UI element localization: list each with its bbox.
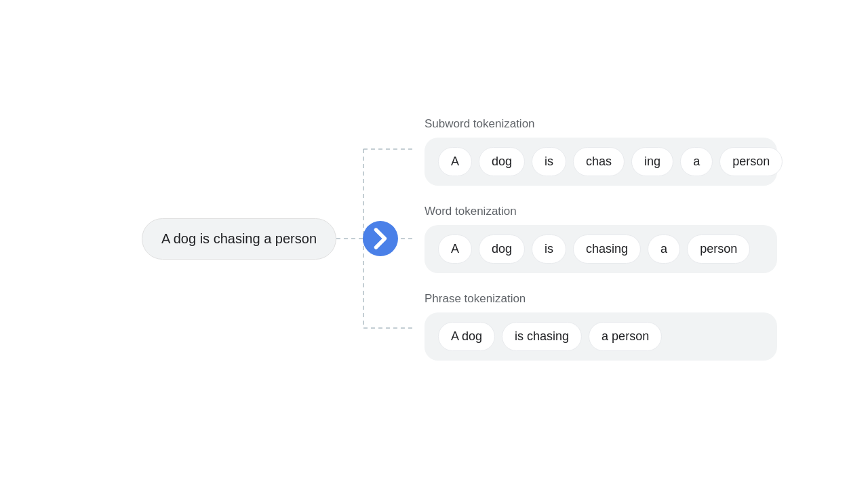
token-subword-0: A — [438, 147, 472, 176]
token-phrase-2: a person — [589, 322, 662, 351]
process-arrow-button[interactable] — [363, 221, 398, 256]
word-token-row: A dog is chasing a person — [425, 225, 777, 273]
token-phrase-0: A dog — [438, 322, 495, 351]
input-sentence: A dog is chasing a person — [142, 218, 336, 260]
token-phrase-1: is chasing — [502, 322, 582, 351]
output-sections: Subword tokenization A dog is chas ing a… — [425, 117, 777, 361]
subword-token-row: A dog is chas ing a person — [425, 138, 777, 186]
token-word-5: person — [687, 235, 750, 264]
token-word-4: a — [648, 235, 680, 264]
token-subword-1: dog — [479, 147, 525, 176]
word-section: Word tokenization A dog is chasing a per… — [425, 205, 777, 273]
connector-lines — [336, 103, 425, 374]
token-subword-5: a — [680, 147, 713, 176]
word-label: Word tokenization — [425, 205, 777, 218]
token-subword-2: is — [532, 147, 566, 176]
token-word-2: is — [532, 235, 566, 264]
token-subword-4: ing — [631, 147, 673, 176]
subword-label: Subword tokenization — [425, 117, 777, 131]
phrase-token-row: A dog is chasing a person — [425, 312, 777, 361]
token-word-3: chasing — [573, 235, 641, 264]
token-word-0: A — [438, 235, 472, 264]
phrase-label: Phrase tokenization — [425, 292, 777, 306]
token-word-1: dog — [479, 235, 525, 264]
token-subword-6: person — [719, 147, 783, 176]
subword-section: Subword tokenization A dog is chas ing a… — [425, 117, 777, 186]
token-subword-3: chas — [573, 147, 625, 176]
phrase-section: Phrase tokenization A dog is chasing a p… — [425, 292, 777, 361]
